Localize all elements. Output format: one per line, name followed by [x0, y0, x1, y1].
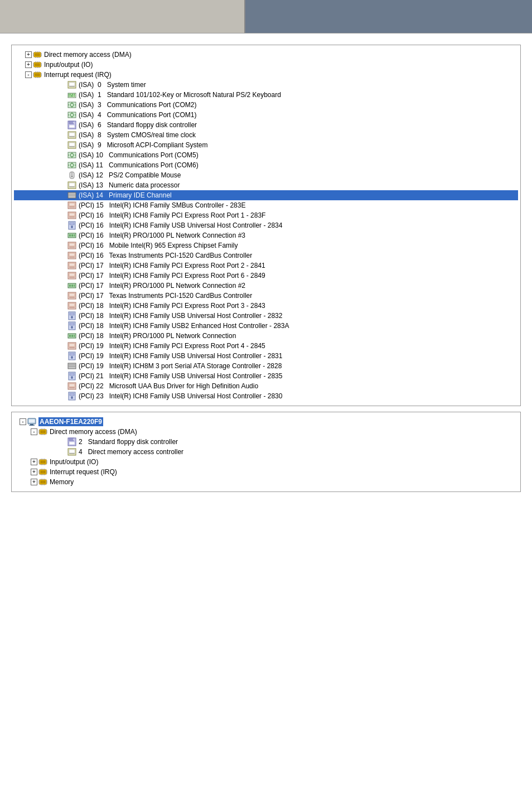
svg-rect-142	[71, 335, 73, 337]
expand-icon[interactable]: +	[25, 61, 32, 68]
item-label: (ISA) 12 PS/2 Compatible Mouse	[79, 171, 181, 180]
list-item[interactable]: (ISA) 13 Numeric data processor	[14, 180, 518, 190]
svg-rect-95	[69, 195, 75, 196]
floppy-icon	[67, 121, 76, 129]
list-item[interactable]: (PCI) 23 Intel(R) ICH8 Family USB Univer…	[14, 391, 518, 401]
list-item[interactable]: (PCI) 22 Microsoft UAA Bus Driver for Hi…	[14, 381, 518, 391]
svg-rect-148	[70, 353, 74, 355]
chip-icon	[38, 457, 47, 466]
list-item[interactable]: (ISA) 8 System CMOS/real time clock	[14, 130, 518, 140]
list-item[interactable]: (ISA) 1 Standard 101/102-Key or Microsof…	[14, 90, 518, 100]
svg-rect-100	[69, 213, 75, 216]
list-item[interactable]: (ISA) 9 Microsoft ACPI-Compliant System	[14, 140, 518, 150]
list-item[interactable]: - Direct memory access (DMA)	[14, 427, 518, 437]
comm-icon	[67, 100, 76, 109]
item-label: (ISA) 9 Microsoft ACPI-Compliant System	[79, 141, 207, 150]
svg-rect-103	[70, 223, 74, 225]
item-label: (ISA) 3 Communications Port (COM2)	[79, 100, 196, 109]
list-item[interactable]: 4 Direct memory access controller	[14, 447, 518, 457]
list-item[interactable]: (PCI) 19 Intel(R) ICH8 Family PCI Expres…	[14, 341, 518, 351]
list-item[interactable]: - Interrupt request (IRQ)	[14, 70, 518, 80]
list-item[interactable]: (ISA) 3 Communications Port (COM2)	[14, 100, 518, 110]
list-item[interactable]: 2 Standard floppy disk controller	[14, 437, 518, 447]
list-item[interactable]: (ISA) 12 PS/2 Compatible Mouse	[14, 170, 518, 180]
expand-icon[interactable]: -	[31, 428, 37, 435]
pci-icon	[67, 291, 76, 300]
list-item[interactable]: (PCI) 19 Intel(R) ICH8 Family USB Univer…	[14, 351, 518, 361]
main-content: + Direct memory access (DMA) +	[0, 33, 532, 503]
list-item[interactable]: (PCI) 16 Mobile Intel(R) 965 Express Chi…	[14, 240, 518, 250]
svg-point-89	[71, 176, 73, 177]
list-item[interactable]: (PCI) 18 Intel(R) ICH8 Family USB Univer…	[14, 311, 518, 321]
item-label: (PCI) 16 Intel(R) ICH8 Family PCI Expres…	[79, 211, 265, 220]
svg-rect-94	[69, 194, 75, 195]
system-icon	[67, 141, 76, 150]
top-bar-left	[0, 0, 245, 33]
svg-point-149	[71, 356, 73, 359]
mouse-icon	[67, 171, 76, 180]
list-item[interactable]: + Input/output (IO)	[14, 457, 518, 467]
item-label: (PCI) 16 Mobile Intel(R) 965 Express Chi…	[79, 241, 238, 250]
svg-rect-108	[71, 234, 73, 237]
list-item[interactable]: (ISA) 0 System timer	[14, 80, 518, 90]
svg-rect-91	[69, 183, 75, 186]
list-item[interactable]: (ISA) 10 Communications Port (COM5)	[14, 150, 518, 160]
list-item[interactable]: + Memory	[14, 477, 518, 487]
svg-point-104	[71, 226, 73, 228]
expand-icon[interactable]: +	[25, 51, 32, 58]
comm-icon	[67, 151, 76, 160]
svg-rect-51	[70, 95, 73, 97]
list-item[interactable]: (PCI) 15 Intel(R) ICH8 Family SMBus Cont…	[14, 200, 518, 210]
expand-icon[interactable]: +	[31, 459, 37, 465]
list-item[interactable]: (PCI) 16 Texas Instruments PCI-1520 Card…	[14, 250, 518, 261]
item-label: (PCI) 15 Intel(R) ICH8 Family SMBus Cont…	[79, 201, 245, 210]
list-item[interactable]: (PCI) 16 Intel(R) ICH8 Family PCI Expres…	[14, 210, 518, 220]
list-item[interactable]: + Direct memory access (DMA)	[14, 50, 518, 60]
list-item[interactable]: - AAEON-F1EA220F9	[14, 417, 518, 427]
list-item[interactable]: (PCI) 18 Intel(R) ICH8 Family USB2 Enhan…	[14, 321, 518, 331]
svg-rect-168	[29, 425, 35, 426]
expand-icon[interactable]: +	[31, 469, 37, 475]
svg-rect-111	[69, 243, 75, 246]
expand-icon[interactable]: -	[25, 71, 32, 78]
list-item[interactable]: + Interrupt request (IRQ)	[14, 467, 518, 477]
list-item[interactable]: (PCI) 19 Intel(R) ICH8M 3 port Serial AT…	[14, 361, 518, 371]
ide-icon	[67, 191, 76, 200]
list-item[interactable]: + Input/output (IO)	[14, 60, 518, 70]
list-item[interactable]: (PCI) 17 Intel(R) PRO/1000 PL Network Co…	[14, 281, 518, 291]
svg-rect-97	[69, 203, 75, 206]
item-label: (PCI) 19 Intel(R) ICH8M 3 port Serial AT…	[79, 362, 282, 370]
list-item[interactable]: (PCI) 18 Intel(R) PRO/1000 PL Network Co…	[14, 331, 518, 341]
list-item[interactable]: (PCI) 16 Intel(R) ICH8 Family USB Univer…	[14, 220, 518, 230]
chip-icon	[38, 427, 47, 436]
pci-icon	[67, 251, 76, 260]
list-item[interactable]: (ISA) 6 Standard floppy disk controller	[14, 120, 518, 130]
list-item[interactable]: (PCI) 17 Intel(R) ICH8 Family PCI Expres…	[14, 261, 518, 271]
item-label: (ISA) 13 Numeric data processor	[79, 181, 180, 190]
list-item[interactable]: (ISA) 14 Primary IDE Channel	[14, 190, 518, 200]
pci-icon	[67, 241, 76, 250]
item-label: (PCI) 18 Intel(R) ICH8 Family USB Univer…	[79, 311, 282, 320]
list-item[interactable]: (PCI) 17 Intel(R) ICH8 Family PCI Expres…	[14, 271, 518, 281]
expand-icon[interactable]: -	[20, 418, 26, 425]
svg-rect-43	[69, 83, 75, 86]
list-item[interactable]: (PCI) 16 Intel(R) PRO/1000 PL Network Co…	[14, 230, 518, 240]
svg-rect-47	[70, 94, 71, 95]
system-icon	[67, 80, 76, 89]
list-item[interactable]: (PCI) 21 Intel(R) ICH8 Family USB Univer…	[14, 371, 518, 381]
item-label: (ISA) 0 System timer	[79, 80, 146, 89]
svg-point-138	[71, 326, 73, 329]
item-label: (ISA) 6 Standard floppy disk controller	[79, 121, 197, 129]
expand-icon[interactable]: +	[31, 479, 37, 485]
chip-icon	[38, 478, 47, 486]
ide-icon	[67, 362, 76, 370]
svg-rect-166	[28, 419, 35, 423]
list-item[interactable]: (ISA) 11 Communications Port (COM6)	[14, 160, 518, 170]
svg-rect-29	[35, 74, 40, 76]
svg-rect-109	[74, 234, 75, 237]
pci-icon	[67, 201, 76, 210]
list-item[interactable]: (PCI) 17 Texas Instruments PCI-1520 Card…	[14, 291, 518, 301]
list-item[interactable]: (ISA) 4 Communications Port (COM1)	[14, 110, 518, 120]
pci-icon	[67, 261, 76, 270]
list-item[interactable]: (PCI) 18 Intel(R) ICH8 Family PCI Expres…	[14, 301, 518, 311]
